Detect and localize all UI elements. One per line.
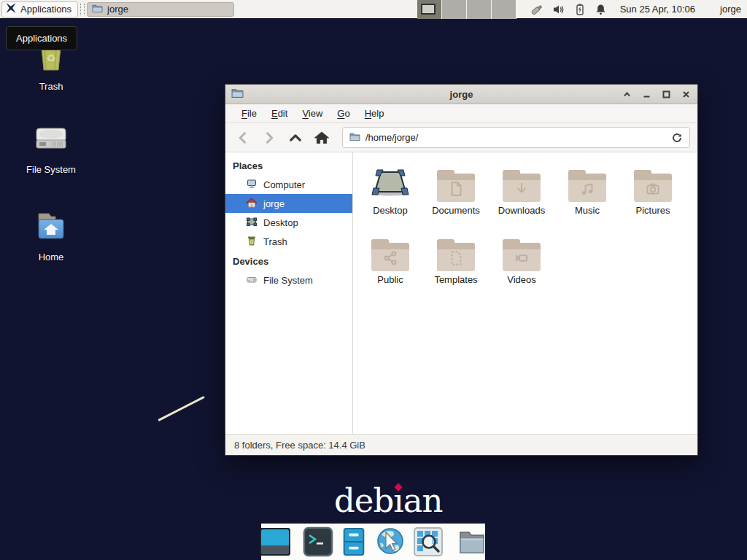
- up-button[interactable]: [285, 128, 306, 148]
- statusbar-text: 8 folders, Free space: 14.4 GiB: [234, 440, 365, 451]
- file-manager-folder-icon[interactable]: [456, 526, 488, 557]
- trash-small-icon: [246, 235, 258, 249]
- desktop-icon-home[interactable]: Home: [13, 210, 89, 262]
- close-button[interactable]: [680, 88, 692, 100]
- home-button[interactable]: [311, 128, 332, 148]
- menu-go[interactable]: Go: [330, 104, 357, 122]
- window-content: Places Computer jorge: [225, 152, 697, 434]
- folder-icon: [92, 4, 103, 15]
- menu-file[interactable]: File: [234, 104, 264, 122]
- folder-icon: [371, 239, 409, 271]
- download-arrow-glyph-icon: [513, 180, 530, 201]
- system-tray: [530, 3, 607, 16]
- application-finder-icon[interactable]: [412, 526, 444, 557]
- video-camera-glyph-icon: [513, 249, 530, 270]
- sidebar-item-file-system[interactable]: File System: [225, 271, 352, 289]
- folder-item-public[interactable]: Public: [357, 233, 423, 303]
- folder-icon: [503, 239, 541, 271]
- folder-item-videos[interactable]: Videos: [489, 233, 554, 303]
- dock: [261, 524, 485, 560]
- workspace-3[interactable]: [467, 0, 492, 19]
- workspace-switcher: [417, 0, 516, 19]
- minimize-button[interactable]: [640, 88, 652, 100]
- folder-icon: [437, 170, 475, 202]
- folder-icon: [503, 170, 541, 202]
- shade-button[interactable]: [621, 88, 632, 100]
- applications-menu-button[interactable]: Applications: [1, 1, 78, 18]
- menu-view[interactable]: View: [295, 104, 330, 122]
- desktop-icon-file-system[interactable]: File System: [13, 122, 89, 175]
- desktop-workspace-icon: [371, 167, 410, 202]
- reload-button[interactable]: [671, 132, 683, 144]
- camera-glyph-icon: [644, 180, 662, 201]
- sidebar-places-header: Places: [225, 155, 352, 175]
- debian-text-post: an: [403, 481, 443, 520]
- debian-wallpaper-logo: debıan: [334, 481, 442, 520]
- panel-handle[interactable]: [80, 4, 85, 15]
- sidebar: Places Computer jorge: [225, 152, 353, 434]
- panel-user-label[interactable]: jorge: [720, 4, 741, 15]
- share-glyph-icon: [382, 249, 399, 270]
- window-titlebar[interactable]: jorge: [225, 85, 697, 104]
- sidebar-item-jorge[interactable]: jorge: [225, 194, 352, 213]
- sidebar-item-trash[interactable]: Trash: [225, 232, 352, 251]
- folder-item-templates[interactable]: Templates: [423, 233, 489, 303]
- sidebar-item-computer[interactable]: Computer: [225, 175, 352, 194]
- debian-text-pre: deb: [334, 481, 393, 520]
- folder-view[interactable]: Desktop Documents Downloads: [353, 152, 697, 434]
- panel-clock[interactable]: Sun 25 Apr, 10:06: [620, 4, 695, 15]
- web-browser-globe-icon[interactable]: [374, 526, 406, 558]
- hard-drive-icon: [34, 122, 69, 158]
- top-panel: Applications jorge: [0, 0, 747, 19]
- workspace-4[interactable]: [492, 0, 516, 19]
- folder-item-pictures[interactable]: Pictures: [620, 164, 686, 233]
- file-manager-window: jorge File Edit View Go Help: [225, 84, 698, 456]
- menu-help[interactable]: Help: [357, 104, 392, 122]
- desktop-icon-label: Trash: [39, 81, 63, 92]
- svg-text:♻: ♻: [46, 52, 55, 64]
- home-folder-icon: [34, 210, 69, 245]
- computer-icon: [246, 178, 258, 192]
- wallpaper-line-artifact: [158, 396, 205, 421]
- back-button[interactable]: [233, 128, 253, 148]
- desktop-icon: [246, 216, 258, 230]
- folder-item-downloads[interactable]: Downloads: [489, 164, 554, 233]
- folder-item-music[interactable]: Music: [554, 164, 620, 233]
- taskbar-window-button[interactable]: jorge: [87, 2, 234, 17]
- terminal-icon[interactable]: [303, 526, 333, 557]
- debian-text-i: ı: [393, 481, 403, 520]
- file-cabinet-icon[interactable]: [339, 526, 368, 557]
- workspace-window-thumbnail: [421, 4, 436, 15]
- path-folder-icon: [349, 131, 360, 144]
- forward-button[interactable]: [259, 128, 279, 148]
- window-controls: [621, 88, 692, 100]
- removable-media-icon[interactable]: [530, 3, 544, 16]
- folder-item-desktop[interactable]: Desktop: [357, 164, 423, 233]
- path-bar[interactable]: /home/jorge/: [342, 127, 690, 148]
- folder-icon: [568, 170, 606, 202]
- battery-icon[interactable]: [573, 3, 587, 16]
- workspace-1[interactable]: [417, 0, 442, 19]
- applications-menu-label: Applications: [20, 4, 71, 15]
- template-glyph-icon: [447, 249, 465, 270]
- menubar: File Edit View Go Help: [225, 104, 697, 123]
- xfce-logo-icon: [5, 2, 17, 16]
- desktop-icon-label: Home: [39, 252, 64, 262]
- menu-edit[interactable]: Edit: [264, 104, 295, 122]
- desktop-root: Applications jorge: [0, 0, 747, 560]
- folder-icon: [634, 170, 672, 202]
- folder-icon: [437, 239, 475, 271]
- sidebar-item-desktop[interactable]: Desktop: [225, 213, 352, 232]
- show-desktop-icon[interactable]: [259, 526, 291, 557]
- applications-tooltip: Applications: [6, 26, 77, 50]
- workspace-2[interactable]: [442, 0, 467, 19]
- desktop-icon-label: File System: [26, 164, 76, 175]
- volume-icon[interactable]: [552, 3, 565, 16]
- music-notes-glyph-icon: [578, 180, 596, 201]
- home-icon: [246, 197, 258, 211]
- folder-item-documents[interactable]: Documents: [423, 164, 489, 233]
- maximize-button[interactable]: [660, 88, 672, 100]
- statusbar: 8 folders, Free space: 14.4 GiB: [225, 434, 697, 455]
- document-glyph-icon: [447, 180, 465, 201]
- notifications-bell-icon[interactable]: [595, 3, 607, 16]
